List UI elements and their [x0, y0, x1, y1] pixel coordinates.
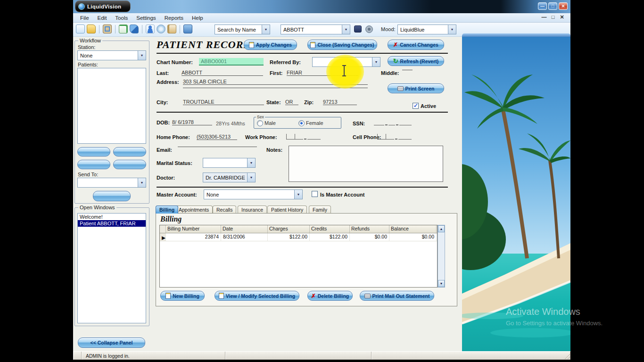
doctor-select[interactable]: Dr. CAMBRIDGE ▼ — [203, 173, 256, 182]
patients-listbox[interactable] — [77, 68, 146, 144]
chevron-down-icon[interactable]: ▼ — [247, 158, 255, 167]
master-account-value: None — [204, 192, 294, 197]
is-master-account-checkbox[interactable] — [312, 191, 318, 197]
home-phone-field[interactable]: (503)306-5213 — [197, 134, 237, 140]
workflow-button-1[interactable] — [77, 147, 110, 156]
male-radio[interactable] — [257, 120, 263, 126]
scroll-down-icon[interactable]: ▼ — [438, 280, 445, 287]
send-arrow-icon[interactable] — [130, 25, 139, 33]
col-balance[interactable]: Balance — [389, 225, 437, 233]
new-billing-button[interactable]: New Billing — [160, 291, 205, 301]
middle-name-field[interactable] — [402, 70, 413, 70]
chevron-down-icon[interactable]: ▼ — [294, 190, 302, 199]
menu-file[interactable]: File — [76, 14, 93, 22]
workstation-icon[interactable] — [103, 25, 112, 33]
new-document-icon[interactable] — [76, 25, 85, 33]
chevron-down-icon[interactable]: ▼ — [138, 51, 146, 60]
state-field[interactable]: OR — [285, 99, 298, 105]
open-window-item[interactable]: Welcome! — [78, 214, 146, 220]
city-field[interactable]: TROUTDALE — [183, 99, 264, 105]
chevron-down-icon[interactable]: ▼ — [138, 178, 146, 187]
workflow-button-2[interactable] — [113, 147, 146, 156]
collapse-panel-button[interactable]: << Collapse Panel — [78, 337, 145, 348]
chevron-down-icon[interactable]: ▼ — [247, 173, 255, 182]
female-radio[interactable] — [298, 120, 305, 126]
tab-insurance[interactable]: Insurance — [238, 206, 267, 214]
view-modify-billing-button[interactable]: View / Modify Selected Billing — [215, 291, 299, 301]
chart-number-field[interactable]: ABBO0001 — [199, 58, 264, 66]
menu-tools[interactable]: Tools — [111, 14, 132, 22]
billing-grid[interactable]: Billing Number Date Charges Credits Refu… — [159, 225, 438, 288]
zip-field[interactable]: 97213 — [323, 99, 357, 105]
tab-appointments[interactable]: Appointments — [175, 206, 213, 214]
scroll-up-icon[interactable]: ▲ — [438, 225, 445, 232]
refresh-revert-button[interactable]: ↻ Refresh (Revert) — [388, 56, 444, 66]
open-windows-listbox[interactable]: Welcome! Patient ABBOTT, FRIAR — [77, 213, 146, 323]
last-name-field[interactable]: ABBOTT — [182, 70, 263, 76]
exit-door-icon[interactable] — [167, 25, 176, 33]
bookmark-icon[interactable] — [354, 25, 362, 33]
database-icon[interactable] — [183, 25, 192, 33]
work-phone-field[interactable] — [286, 133, 321, 141]
first-name-label: First: — [270, 70, 283, 76]
col-credits[interactable]: Credits — [310, 225, 350, 233]
mdi-window-controls: — □ ✕ — [540, 14, 566, 20]
table-row[interactable]: ▶ 23874 8/31/2006 $122.00 $122.00 $0.00 … — [160, 233, 437, 241]
marital-status-select[interactable]: ▼ — [203, 158, 256, 168]
master-account-select[interactable]: None ▼ — [204, 189, 303, 199]
dob-field[interactable]: 8/ 6/1978 — [172, 119, 212, 125]
print-mail-statement-button[interactable]: Print Mail Out Statement — [360, 291, 434, 301]
chevron-down-icon[interactable]: ▼ — [372, 58, 380, 66]
search-mode-select[interactable]: Search by Name ▼ — [215, 25, 270, 34]
mdi-close-button[interactable]: ✕ — [558, 14, 566, 20]
col-refunds[interactable]: Refunds — [350, 225, 389, 233]
tab-family[interactable]: Family — [309, 206, 331, 214]
print-mail-statement-label: Print Mail Out Statement — [372, 293, 430, 299]
chevron-down-icon[interactable]: ▼ — [448, 25, 456, 34]
settings-icon[interactable] — [365, 25, 373, 33]
col-date[interactable]: Date — [221, 225, 268, 233]
menu-reports[interactable]: Reports — [160, 14, 188, 22]
open-window-item-selected[interactable]: Patient ABBOTT, FRIAR — [78, 220, 146, 227]
notes-textarea[interactable] — [289, 146, 443, 182]
menu-edit[interactable]: Edit — [93, 14, 111, 22]
tab-recalls[interactable]: Recalls — [213, 206, 236, 214]
close-button[interactable]: ✕ — [559, 2, 568, 10]
email-field[interactable] — [178, 147, 257, 147]
print-screen-button[interactable]: Print Screen — [388, 83, 444, 93]
menu-help[interactable]: Help — [188, 14, 207, 22]
mdi-minimize-button[interactable]: — — [540, 14, 548, 20]
delete-billing-button[interactable]: ✗ Delete Billing — [307, 291, 353, 301]
toolbar-separator — [142, 25, 142, 33]
minimize-button[interactable]: — — [538, 2, 547, 10]
patient-icon[interactable] — [146, 25, 155, 33]
tab-billing[interactable]: Billing — [156, 206, 178, 214]
sync-document-icon[interactable] — [119, 25, 128, 33]
workflow-button-4[interactable] — [113, 160, 146, 169]
billing-scrollbar[interactable]: ▲ ▼ — [438, 225, 445, 288]
menu-settings[interactable]: Settings — [132, 14, 160, 22]
close-saving-button[interactable]: Close (Saving Changes) — [307, 40, 377, 50]
cancel-changes-button[interactable]: ✗ Cancel Changes — [388, 40, 444, 50]
col-billing-number[interactable]: Billing Number — [166, 225, 221, 233]
tab-patient-history[interactable]: Patient History — [267, 206, 307, 214]
ssn-field[interactable] — [374, 119, 412, 127]
active-checkbox[interactable] — [413, 103, 419, 109]
maximize-button[interactable]: □ — [548, 2, 557, 10]
workflow-button-3[interactable] — [77, 160, 110, 169]
chevron-down-icon[interactable]: ▼ — [262, 25, 270, 34]
send-to-select[interactable]: ▼ — [77, 178, 146, 188]
send-button[interactable] — [93, 191, 131, 201]
apply-changes-button[interactable]: Apply Changes — [244, 40, 297, 50]
mdi-restore-button[interactable]: □ — [549, 14, 557, 20]
station-select[interactable]: None ▼ — [77, 50, 146, 60]
open-folder-icon[interactable] — [87, 25, 96, 33]
mood-select[interactable]: LiquidBlue ▼ — [397, 25, 456, 34]
station-label: Station: — [78, 44, 95, 50]
chevron-down-icon[interactable]: ▼ — [342, 25, 350, 34]
col-charges[interactable]: Charges — [268, 225, 310, 233]
title-bar[interactable]: LiquidVision — □ ✕ — [73, 0, 570, 13]
patient-lookup-combo[interactable]: ABBOTT ▼ — [281, 25, 350, 34]
disc-icon[interactable] — [157, 25, 165, 33]
cell-phone-field[interactable] — [377, 133, 412, 141]
